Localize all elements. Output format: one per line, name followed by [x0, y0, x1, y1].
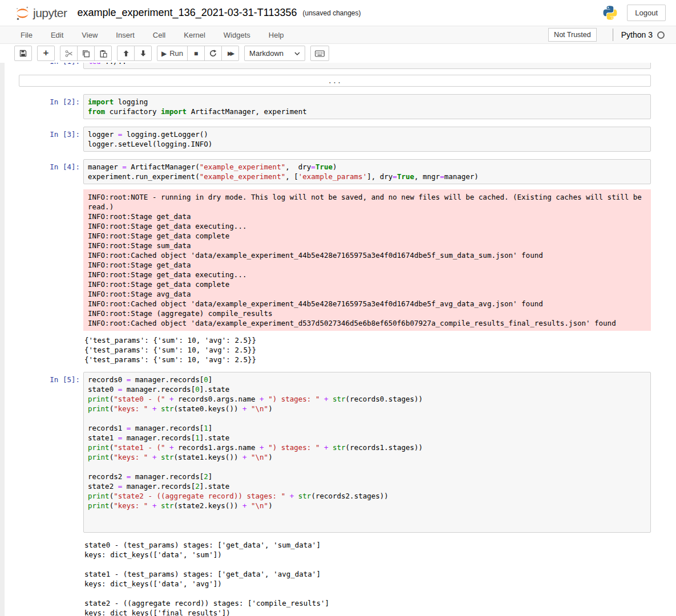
code-cell-5: In [5]: records0 = manager.records[0]sta…: [14, 372, 651, 616]
copy-icon: [82, 50, 90, 58]
keyboard-icon: [315, 50, 325, 57]
plus-icon: +: [43, 48, 49, 58]
input-prompt: In [3]:: [14, 127, 83, 152]
menubar: File Edit View Insert Cell Kernel Widget…: [0, 26, 676, 44]
cell-type-value: Markdown: [249, 49, 284, 58]
stdout-output: state0 - (test_params) stages: ['get_dat…: [83, 538, 651, 616]
input-prompt: In [5]:: [14, 372, 83, 533]
output-prompt-spacer: [14, 538, 83, 616]
code-input[interactable]: logger = logging.getLogger()logger.setLe…: [83, 127, 651, 152]
restart-icon: [209, 50, 217, 57]
notebook-title[interactable]: example_experiment_136_2021-03-31-T11335…: [78, 7, 297, 19]
code-editor[interactable]: logger = logging.getLogger()logger.setLe…: [88, 129, 646, 149]
jupyter-wordmark: jupyter: [33, 6, 67, 20]
menu-kernel[interactable]: Kernel: [175, 26, 214, 44]
menu-widgets[interactable]: Widgets: [214, 26, 260, 44]
run-button[interactable]: ▶ Run: [157, 46, 188, 61]
toolbar: +: [0, 44, 676, 63]
stderr-log-text: INFO:root:NOTE - running in dry mode. Th…: [88, 192, 646, 328]
collapsed-output[interactable]: ...: [19, 75, 651, 87]
run-icon: ▶: [161, 50, 167, 57]
python-logo-icon: [602, 5, 618, 21]
stop-icon: ■: [194, 50, 198, 57]
run-label: Run: [169, 49, 183, 58]
menu-view[interactable]: View: [72, 26, 107, 44]
paste-cell-button[interactable]: [94, 46, 112, 61]
code-editor[interactable]: import loggingfrom curifactory import Ar…: [88, 97, 646, 116]
code-editor[interactable]: records0 = manager.records[0]state0 = ma…: [88, 375, 646, 530]
stderr-output: INFO:root:NOTE - running in dry mode. Th…: [83, 189, 651, 331]
arrow-down-icon: [140, 50, 147, 57]
input-prompt: In [1]:: [14, 63, 83, 69]
menu-edit[interactable]: Edit: [42, 26, 72, 44]
logout-button[interactable]: Logout: [627, 5, 666, 21]
code-input[interactable]: records0 = manager.records[0]state0 = ma…: [83, 372, 651, 533]
code-input[interactable]: import loggingfrom curifactory import Ar…: [83, 94, 651, 119]
code-editor[interactable]: %cd ../..: [88, 63, 646, 66]
move-cell-down-button[interactable]: [134, 46, 152, 61]
stdout-text: state0 - (test_params) stages: ['get_dat…: [84, 540, 646, 616]
code-cell-1: In [1]: %cd ../..: [14, 63, 651, 69]
floppy-icon: [19, 50, 27, 57]
arrow-up-icon: [123, 50, 129, 57]
header: jupyter example_experiment_136_2021-03-3…: [0, 0, 676, 26]
code-editor[interactable]: manager = ArtifactManager("example_exper…: [88, 162, 646, 181]
kernel-name: Python 3: [621, 30, 653, 39]
code-cell-2: In [2]: import loggingfrom curifactory i…: [14, 94, 651, 119]
cell-type-dropdown[interactable]: Markdown: [244, 46, 305, 61]
save-button[interactable]: [14, 46, 32, 61]
restart-kernel-button[interactable]: [204, 46, 222, 61]
code-cell-4: In [4]: manager = ArtifactManager("examp…: [14, 159, 651, 364]
output-prompt-spacer: [14, 189, 83, 331]
command-palette-button[interactable]: [310, 46, 329, 61]
notebook-area: In [1]: %cd ../.. ... In [2]: import log…: [0, 63, 676, 616]
code-input[interactable]: %cd ../..: [83, 63, 651, 69]
input-prompt: In [2]:: [14, 94, 83, 119]
notebook-container: In [1]: %cd ../.. ... In [2]: import log…: [5, 63, 676, 616]
move-cell-up-button[interactable]: [117, 46, 135, 61]
menu-file[interactable]: File: [11, 26, 42, 44]
output-prompt-spacer: [14, 333, 83, 364]
add-cell-button[interactable]: +: [37, 46, 55, 61]
divider: [613, 29, 613, 41]
kernel-idle-icon: [657, 31, 665, 39]
autosave-status: (unsaved changes): [302, 9, 361, 17]
stdout-output: {'test_params': {'sum': 10, 'avg': 2.5}}…: [83, 333, 651, 364]
code-input[interactable]: manager = ArtifactManager("example_exper…: [83, 159, 651, 184]
code-cell-3: In [3]: logger = logging.getLogger()logg…: [14, 127, 651, 152]
trust-status-badge[interactable]: Not Trusted: [548, 28, 597, 42]
paste-icon: [99, 50, 107, 58]
menu-insert[interactable]: Insert: [107, 26, 144, 44]
input-prompt: In [4]:: [14, 159, 83, 184]
cut-cell-button[interactable]: [60, 46, 78, 61]
scissors-icon: [65, 50, 73, 58]
menu-help[interactable]: Help: [260, 26, 293, 44]
chevron-down-icon: [294, 52, 300, 55]
jupyter-logo-icon: [16, 6, 29, 21]
restart-run-all-button[interactable]: ▶▶: [221, 46, 239, 61]
interrupt-kernel-button[interactable]: ■: [187, 46, 205, 61]
stdout-text: {'test_params': {'sum': 10, 'avg': 2.5}}…: [84, 335, 646, 364]
fast-forward-icon: ▶▶: [228, 51, 233, 56]
copy-cell-button[interactable]: [77, 46, 95, 61]
menu-cell[interactable]: Cell: [144, 26, 175, 44]
jupyter-logo[interactable]: jupyter: [16, 6, 67, 21]
